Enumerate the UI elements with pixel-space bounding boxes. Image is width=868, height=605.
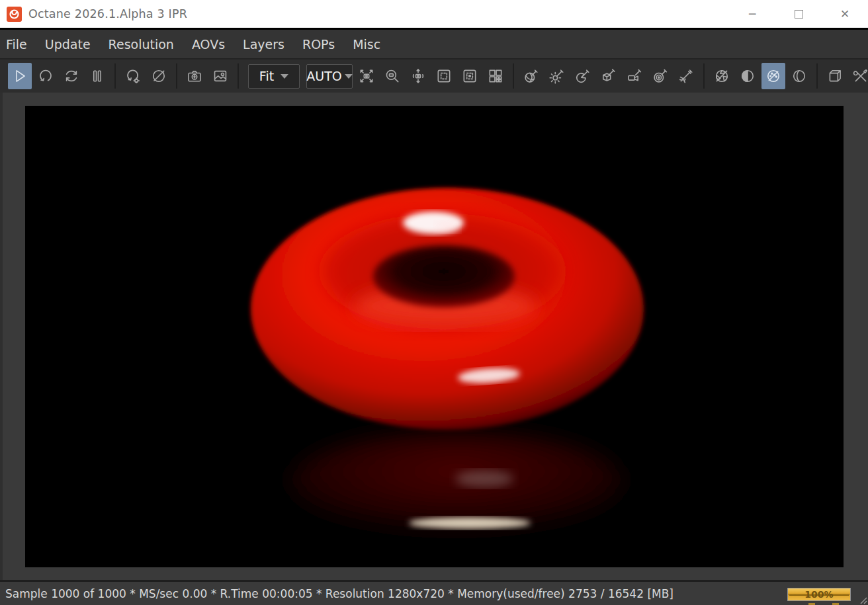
minimize-button[interactable]: ─ [729,0,775,28]
auto-mode-dropdown[interactable]: AUTO [306,64,353,89]
environment-picker-button[interactable] [571,63,595,89]
render-target-picker-button[interactable] [519,63,543,89]
refresh-icon [63,67,80,85]
camera-picker-icon [626,67,643,85]
close-icon: ✕ [840,7,849,20]
open-image-button[interactable] [208,63,232,89]
toolbar-separator [816,63,818,89]
lock-edits-button[interactable] [147,63,171,89]
object-picker-icon [600,67,617,85]
aperture-toggle-button[interactable] [710,63,734,89]
progress-percent: 100% [804,589,833,600]
alpha-channel-button[interactable] [787,63,811,89]
white-balance-picker-button[interactable] [674,63,698,89]
camera-add-icon [186,67,203,85]
menu-layers[interactable]: Layers [243,37,284,52]
window-controls: ─ ✕ [729,0,868,28]
octane-logo-icon [7,7,22,22]
render-refresh-button[interactable] [60,63,83,89]
viewport-background [0,93,868,580]
statusbar: Sample 1000 of 1000 * MS/sec 0.00 * R.Ti… [0,580,868,605]
maximize-icon [795,10,803,19]
maximize-button[interactable] [775,0,822,28]
edit-slash-icon [150,67,167,85]
menu-file[interactable]: File [6,37,27,52]
play-icon [11,67,28,85]
toolbar-separator [703,63,705,89]
object-picker-button[interactable] [597,63,621,89]
clay-mode-button[interactable] [761,63,785,89]
contrast-toggle-button[interactable] [736,63,760,89]
window-title: Octane 2026.1.Alpha 3 IPR [28,7,187,20]
alpha-channel-icon [791,67,808,85]
image-icon [212,67,229,85]
grid-layout-icon [487,67,504,85]
render-viewport[interactable] [25,106,844,567]
menubar: File Update Resolution AOVs Layers ROPs … [0,30,868,58]
render-pause-button[interactable] [85,63,109,89]
toolbar-separator [238,63,239,89]
menu-rops[interactable]: ROPs [302,37,335,52]
layout-grid-button[interactable] [484,63,507,89]
cube-icon [826,67,844,85]
environment-picker-icon [574,67,591,85]
restart-icon [37,67,54,85]
tools-icon [852,67,868,85]
close-button[interactable]: ✕ [822,0,868,28]
white-balance-picker-icon [677,67,695,85]
focus-picker-icon [652,67,669,85]
toolbar-separator [513,63,514,89]
camera-pan-icon [410,67,427,85]
toolbar: Fit AUTO [0,58,868,93]
render-progressbar: 100% [787,588,851,601]
toolbar-separator [176,63,177,89]
zoom-fit-value: Fit [259,69,274,83]
render-play-button[interactable] [8,63,32,89]
minimize-icon: ─ [749,7,756,20]
render-restart-button[interactable] [34,63,58,89]
region-dot-icon [461,67,478,85]
subsample-region-button[interactable] [458,63,482,89]
menu-update[interactable]: Update [45,37,91,52]
camera-picker-button[interactable] [623,63,646,89]
render-settings-button[interactable] [849,63,868,89]
contrast-icon [739,67,756,85]
geometry-export-button[interactable] [823,63,847,89]
camera-zoom-button[interactable] [380,63,404,89]
chevron-down-icon [345,74,353,79]
clay-mode-icon [765,67,782,85]
camera-expand-icon [358,67,375,85]
light-picker-icon [548,67,566,85]
aperture-off-icon [713,67,730,85]
toolbar-separator [114,63,116,89]
zoom-fit-dropdown[interactable]: Fit [248,64,300,89]
menu-misc[interactable]: Misc [353,37,380,52]
pause-icon [89,67,106,85]
restart-with-settings-button[interactable] [121,63,145,89]
menu-aovs[interactable]: AOVs [192,37,225,52]
region-icon [435,67,453,85]
focus-picker-button[interactable] [648,63,672,89]
chevron-down-icon [281,74,288,79]
save-snapshot-button[interactable] [183,63,206,89]
resize-grip[interactable] [857,594,867,604]
camera-fit-view-button[interactable] [355,63,378,89]
render-status-text: Sample 1000 of 1000 * MS/sec 0.00 * R.Ti… [5,587,673,600]
render-target-picker-icon [523,67,540,85]
octane-ipr-window: Octane 2026.1.Alpha 3 IPR ─ ✕ File Updat… [0,0,868,605]
restart-settings-icon [124,67,142,85]
titlebar: Octane 2026.1.Alpha 3 IPR ─ ✕ [0,0,868,28]
camera-magnifier-icon [384,67,401,85]
light-picker-button[interactable] [545,63,569,89]
camera-pan-button[interactable] [406,63,430,89]
region-render-button[interactable] [432,63,456,89]
menu-resolution[interactable]: Resolution [108,37,174,52]
auto-mode-value: AUTO [306,69,341,83]
torus-render-image [25,106,844,567]
